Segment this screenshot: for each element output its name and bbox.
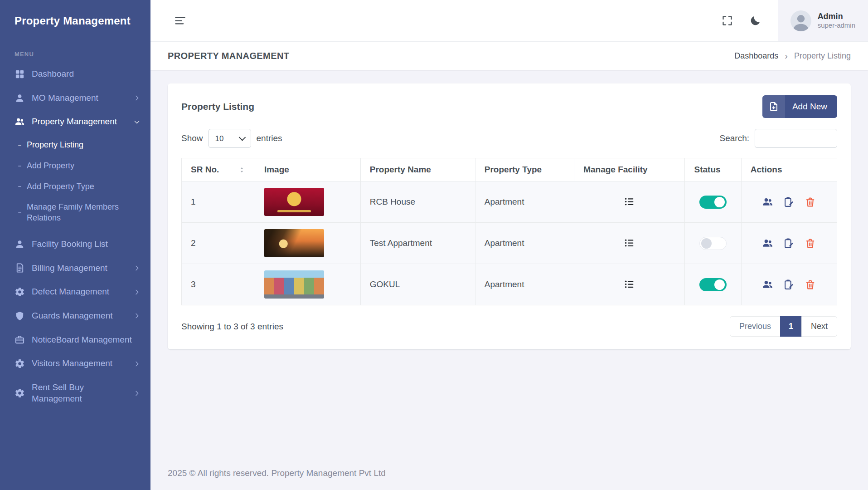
card-title: Property Listing xyxy=(181,101,254,112)
cell-status xyxy=(685,181,741,223)
edit-button[interactable] xyxy=(781,236,796,251)
column-header-sr-no[interactable]: SR No. xyxy=(182,158,255,181)
cell-property-name: GOKUL xyxy=(360,264,475,305)
pagination: Previous 1 Next xyxy=(730,316,837,337)
sidebar-subitem-property-listing[interactable]: Property Listing xyxy=(0,135,150,156)
chevron-down-icon xyxy=(133,118,141,126)
clipboard-edit-icon xyxy=(783,238,795,249)
table-footer: Showing 1 to 3 of 3 entries Previous 1 N… xyxy=(168,305,851,337)
chevron-right-icon xyxy=(133,390,141,397)
brand-logo[interactable]: Property Management xyxy=(0,0,150,42)
manage-members-button[interactable] xyxy=(760,236,775,251)
clipboard-edit-icon xyxy=(783,279,795,290)
cell-actions xyxy=(741,264,837,305)
manage-facility-button[interactable] xyxy=(622,194,637,209)
user-icon xyxy=(15,93,25,103)
column-header-label: Manage Facility xyxy=(583,165,648,175)
sidebar-item-visitors-management[interactable]: Visitors Management xyxy=(0,352,150,376)
add-new-button[interactable]: Add New xyxy=(762,95,837,118)
sidebar-subitem-label: Manage Family Members Relations xyxy=(27,202,141,224)
entries-summary: Showing 1 to 3 of 3 entries xyxy=(181,322,283,332)
sidebar-item-label: Guards Management xyxy=(32,310,126,322)
sidebar-item-property-management[interactable]: Property Management xyxy=(0,110,150,134)
pagination-previous-button[interactable]: Previous xyxy=(730,316,781,337)
pagination-page-1-button[interactable]: 1 xyxy=(780,316,802,337)
column-header-property-name[interactable]: Property Name xyxy=(360,158,475,181)
column-header-property-type[interactable]: Property Type xyxy=(475,158,574,181)
user-menu[interactable]: Admin super-admin xyxy=(778,0,868,41)
cell-sr-no: 2 xyxy=(182,223,255,264)
column-header-status[interactable]: Status xyxy=(685,158,741,181)
sidebar-item-label: MO Management xyxy=(32,93,126,104)
table-wrap: SR No.ImageProperty NameProperty TypeMan… xyxy=(168,158,851,305)
sidebar-item-rent-sell-buy-management[interactable]: Rent Sell Buy Management xyxy=(0,376,150,411)
delete-button[interactable] xyxy=(803,236,818,251)
sidebar-subitem-manage-family-members-relations[interactable]: Manage Family Members Relations xyxy=(0,197,150,229)
sidebar-subitem-add-property[interactable]: Add Property xyxy=(0,156,150,176)
cell-image xyxy=(255,181,360,223)
sidebar-item-noticeboard-management[interactable]: NoticeBoard Management xyxy=(0,328,150,352)
column-header-actions[interactable]: Actions xyxy=(741,158,837,181)
manage-facility-button[interactable] xyxy=(622,235,637,250)
manage-members-button[interactable] xyxy=(760,195,775,210)
users-icon xyxy=(762,196,773,208)
cell-actions xyxy=(741,223,837,264)
sidebar-menu: DashboardMO ManagementProperty Managemen… xyxy=(0,62,150,490)
user-role: super-admin xyxy=(818,21,855,30)
column-header-label: Image xyxy=(264,165,289,175)
column-header-label: Actions xyxy=(751,165,782,175)
search-group: Search: xyxy=(720,129,837,148)
sidebar-item-guards-management[interactable]: Guards Management xyxy=(0,304,150,328)
cell-manage-facility xyxy=(574,181,685,223)
sidebar-item-label: Facility Booking List xyxy=(32,239,141,250)
column-header-manage-facility[interactable]: Manage Facility xyxy=(574,158,685,181)
invoice-icon xyxy=(15,263,25,273)
user-icon xyxy=(15,239,25,250)
search-label: Search: xyxy=(720,133,749,143)
avatar xyxy=(790,10,811,31)
list-icon xyxy=(624,237,635,249)
delete-button[interactable] xyxy=(803,277,818,292)
sidebar-subitem-add-property-type[interactable]: Add Property Type xyxy=(0,176,150,197)
fullscreen-button[interactable] xyxy=(715,9,740,33)
shield-icon xyxy=(15,311,25,321)
sidebar-item-billing-management[interactable]: Billing Management xyxy=(0,256,150,280)
status-toggle[interactable] xyxy=(699,237,727,250)
chevron-right-icon xyxy=(133,360,141,368)
sidebar-item-defect-management[interactable]: Defect Management xyxy=(0,280,150,304)
column-header-image[interactable]: Image xyxy=(255,158,360,181)
page-size-select-wrap: 10 xyxy=(209,129,251,148)
trash-icon xyxy=(805,196,816,208)
pagination-next-button[interactable]: Next xyxy=(801,316,837,337)
delete-button[interactable] xyxy=(803,195,818,210)
status-toggle[interactable] xyxy=(699,278,727,291)
sidebar-item-facility-booking-list[interactable]: Facility Booking List xyxy=(0,232,150,256)
dark-mode-button[interactable] xyxy=(743,9,768,33)
show-label: Show xyxy=(181,133,203,143)
table-row: 3GOKULApartment xyxy=(182,264,837,305)
grid-icon xyxy=(15,69,25,79)
sidebar-toggle-button[interactable] xyxy=(168,9,192,33)
sidebar-item-label: Billing Management xyxy=(32,263,126,274)
toggle-knob xyxy=(714,197,725,207)
cell-property-type: Apartment xyxy=(475,264,574,305)
page-size-select[interactable]: 10 xyxy=(209,129,251,148)
sidebar-item-label: Visitors Management xyxy=(32,358,126,369)
search-input[interactable] xyxy=(755,129,837,148)
status-toggle[interactable] xyxy=(699,196,727,209)
app-layout: Property Management MENU DashboardMO Man… xyxy=(0,0,868,490)
manage-members-button[interactable] xyxy=(760,277,775,292)
trash-icon xyxy=(805,238,816,249)
card-header: Property Listing Add New xyxy=(168,83,851,128)
table-row: 1RCB HouseApartment xyxy=(182,181,837,223)
sidebar-item-dashboard[interactable]: Dashboard xyxy=(0,62,150,86)
sidebar-item-mo-management[interactable]: MO Management xyxy=(0,86,150,110)
gear-icon xyxy=(15,358,25,369)
clipboard-edit-icon xyxy=(783,196,795,208)
table-header-row: SR No.ImageProperty NameProperty TypeMan… xyxy=(182,158,837,181)
edit-button[interactable] xyxy=(781,277,796,292)
edit-button[interactable] xyxy=(781,195,796,210)
cell-manage-facility xyxy=(574,223,685,264)
breadcrumb-dashboards[interactable]: Dashboards xyxy=(734,51,778,61)
manage-facility-button[interactable] xyxy=(622,277,637,292)
